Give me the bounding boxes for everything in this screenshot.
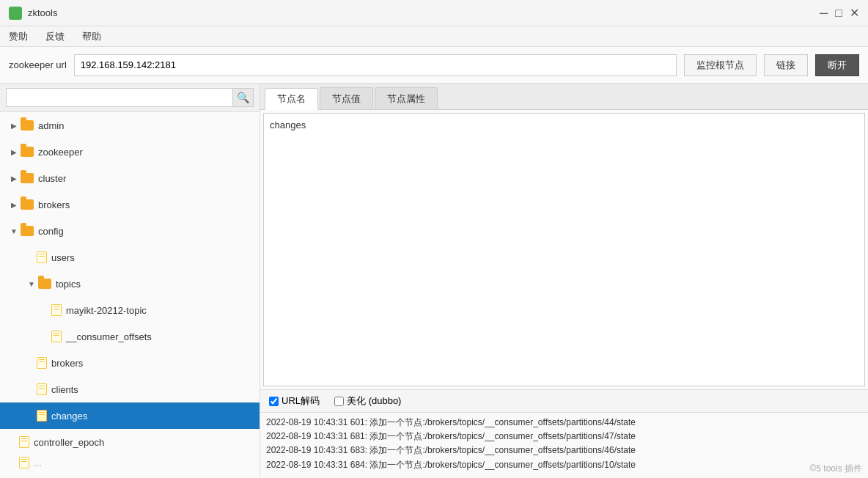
tree-item-zookeeper[interactable]: ▶ zookeeper xyxy=(0,139,260,165)
menu-item-help2[interactable]: 帮助 xyxy=(79,29,104,45)
node-content-text: changes xyxy=(270,120,306,130)
folder-icon xyxy=(21,226,34,236)
folder-icon xyxy=(21,147,34,157)
tree-item-config[interactable]: ▼ config xyxy=(0,218,260,244)
folder-icon xyxy=(21,120,34,130)
tabs-bar: 节点名 节点值 节点属性 xyxy=(260,84,868,110)
file-icon xyxy=(37,383,47,395)
menu-item-feedback[interactable]: 反馈 xyxy=(43,29,67,45)
node-content-area: changes xyxy=(263,113,865,386)
folder-icon xyxy=(38,279,51,289)
folder-icon xyxy=(21,199,34,210)
sidebar-search-bar: 🔍 xyxy=(0,84,260,112)
tree-item-cluster[interactable]: ▶ cluster xyxy=(0,165,260,191)
tree-item-label: config xyxy=(38,226,64,237)
tree-item-users[interactable]: users xyxy=(0,244,260,271)
maximize-button[interactable]: □ xyxy=(835,7,842,19)
search-button[interactable]: 🔍 xyxy=(233,88,254,107)
search-input[interactable] xyxy=(6,88,233,107)
chevron-down-icon: ▼ xyxy=(9,226,19,236)
tree-item-label: zookeeper xyxy=(38,147,83,158)
beautify-label: 美化 (dubbo) xyxy=(347,394,401,408)
tree-item-label: topics xyxy=(56,279,81,290)
url-decode-label: URL解码 xyxy=(282,394,320,408)
file-icon xyxy=(37,357,47,369)
tab-node-attrs[interactable]: 节点属性 xyxy=(375,87,438,109)
chevron-right-icon: ▶ xyxy=(9,173,19,183)
chevron-right-icon: ▶ xyxy=(9,147,19,157)
tree-item-label: admin xyxy=(38,120,64,131)
tab-node-name[interactable]: 节点名 xyxy=(265,88,318,110)
tree-item-label: controller_epoch xyxy=(34,437,104,448)
tree-item-brokers[interactable]: ▶ brokers xyxy=(0,191,260,218)
log-line-3: 2022-08-19 10:43:31 683: 添加一个节点:/brokers… xyxy=(266,444,862,457)
url-decode-checkbox[interactable] xyxy=(269,397,279,406)
chevron-right-icon: ▶ xyxy=(9,120,19,130)
toolbar-zk-label: zookeeper url xyxy=(9,59,67,70)
tree-item-changes[interactable]: changes xyxy=(0,402,260,429)
tree-item-last[interactable]: ... xyxy=(0,455,260,470)
tree-item-label: brokers xyxy=(38,199,70,210)
tree-item-label: brokers xyxy=(51,358,83,369)
tree-item-mayikt-topic[interactable]: mayikt-20212-topic xyxy=(0,297,260,323)
chevron-down-icon: ▼ xyxy=(26,279,37,289)
menu-item-help1[interactable]: 赞助 xyxy=(6,29,31,45)
log-area: 2022-08-19 10:43:31 601: 添加一个节点:/brokers… xyxy=(260,412,868,478)
log-line-1: 2022-08-19 10:43:31 601: 添加一个节点:/brokers… xyxy=(266,416,862,430)
bottom-options-bar: URL解码 美化 (dubbo) xyxy=(260,389,868,412)
chevron-right-icon: ▶ xyxy=(9,199,19,210)
sidebar: 🔍 ▶ admin ▶ zookeeper ▶ cluster xyxy=(0,84,260,478)
connect-button[interactable]: 链接 xyxy=(764,54,808,76)
tree-item-label: changes xyxy=(51,411,87,422)
main-area: 🔍 ▶ admin ▶ zookeeper ▶ cluster xyxy=(0,84,868,478)
tree-item-admin[interactable]: ▶ admin xyxy=(0,112,260,139)
zookeeper-url-input[interactable] xyxy=(74,54,677,76)
tree-item-consumer-offsets[interactable]: __consumer_offsets xyxy=(0,323,260,350)
close-button[interactable]: ✕ xyxy=(850,7,859,19)
log-watermark: ©5 tools 插件 xyxy=(809,463,862,475)
monitor-root-button[interactable]: 监控根节点 xyxy=(684,54,757,76)
tree-item-controller-epoch[interactable]: controller_epoch xyxy=(0,429,260,455)
title-bar: zktools ─ □ ✕ xyxy=(0,0,868,26)
file-icon xyxy=(37,251,47,263)
tree-item-topics[interactable]: ▼ topics xyxy=(0,271,260,297)
file-icon xyxy=(37,410,47,422)
disconnect-button[interactable]: 断开 xyxy=(815,54,859,76)
tree-item-label: __consumer_offsets xyxy=(66,331,152,342)
tree-item-label: ... xyxy=(34,457,42,468)
tree-item-label: cluster xyxy=(38,173,66,184)
title-bar-controls: ─ □ ✕ xyxy=(820,7,859,19)
url-decode-option[interactable]: URL解码 xyxy=(269,394,320,408)
beautify-checkbox[interactable] xyxy=(334,397,344,406)
app-icon xyxy=(9,7,22,20)
file-icon xyxy=(51,331,62,342)
folder-icon xyxy=(21,173,34,183)
menu-bar: 赞助 反馈 帮助 xyxy=(0,26,868,47)
toolbar: zookeeper url 监控根节点 链接 断开 xyxy=(0,47,868,84)
tree-item-label: clients xyxy=(51,384,78,395)
log-line-4: 2022-08-19 10:43:31 684: 添加一个节点:/brokers… xyxy=(266,458,862,472)
right-panel: 节点名 节点值 节点属性 changes URL解码 美化 (dubbo) 20… xyxy=(260,84,868,478)
tree-item-label: mayikt-20212-topic xyxy=(66,305,147,316)
log-line-2: 2022-08-19 10:43:31 681: 添加一个节点:/brokers… xyxy=(266,430,862,444)
tree-item-brokers2[interactable]: brokers xyxy=(0,350,260,376)
file-icon xyxy=(19,436,29,448)
file-icon xyxy=(51,304,62,316)
app-title: zktools xyxy=(28,7,57,18)
title-bar-left: zktools xyxy=(9,7,57,20)
file-icon xyxy=(19,457,29,468)
sidebar-tree: ▶ admin ▶ zookeeper ▶ cluster ▶ brokers xyxy=(0,112,260,478)
beautify-option[interactable]: 美化 (dubbo) xyxy=(334,394,401,408)
tree-item-clients[interactable]: clients xyxy=(0,376,260,402)
tree-item-label: users xyxy=(51,252,75,263)
tab-node-value[interactable]: 节点值 xyxy=(320,87,373,109)
minimize-button[interactable]: ─ xyxy=(820,7,828,19)
